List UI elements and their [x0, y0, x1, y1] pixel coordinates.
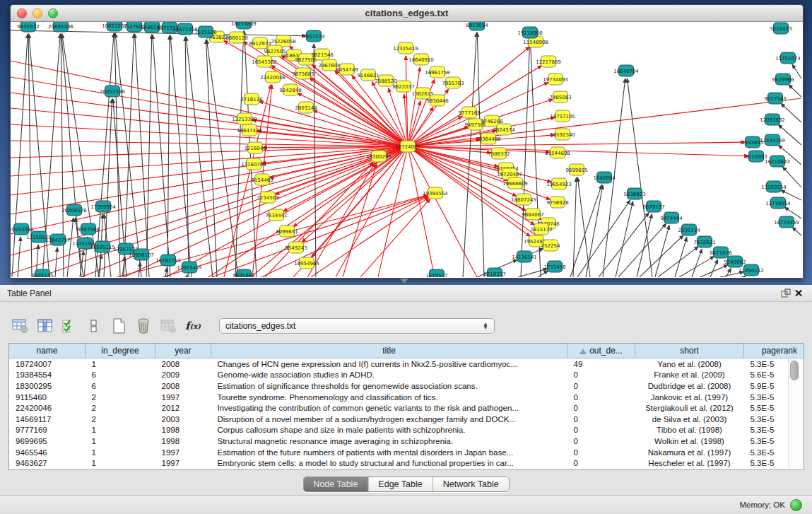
table-cell[interactable]: 0 [567, 436, 635, 447]
network-node-teal[interactable]: 20053346 [100, 86, 125, 97]
network-node-teal[interactable]: 5510423 [770, 23, 792, 34]
table-cell[interactable]: 1997 [155, 447, 211, 458]
network-node-teal[interactable]: 1640954 [593, 172, 616, 183]
network-node-yellow[interactable]: 9549243 [285, 242, 307, 253]
network-node-yellow[interactable]: 22420046 [260, 71, 286, 83]
table-cell[interactable]: Stergiakouli et al. (2012) [635, 402, 744, 414]
table-row[interactable]: 1938455462009Genome-wide association stu… [9, 370, 804, 381]
table-cell[interactable]: 9115460 [9, 392, 86, 403]
network-node-teal[interactable]: 12710554 [765, 197, 791, 209]
table-cell[interactable]: 2008 [155, 358, 211, 370]
table-cell[interactable]: 14569117 [9, 414, 86, 425]
table-cell[interactable]: Corpus callosum shape and size in male p… [211, 425, 567, 436]
table-cell[interactable]: 0 [567, 402, 635, 414]
network-node-teal[interactable]: 20553051 [11, 223, 34, 235]
table-cell[interactable]: 18724007 [9, 358, 86, 370]
network-node-teal[interactable]: 16774459 [774, 216, 799, 228]
table-cell[interactable]: 49 [567, 358, 635, 370]
table-cell[interactable]: Jankovic et al. (1997) [635, 392, 744, 403]
float-window-button[interactable] [779, 288, 792, 299]
network-node-teal[interactable]: 9505145 [31, 269, 53, 277]
table-cell[interactable]: 9699695 [9, 436, 86, 447]
table-row[interactable]: 969969511998Structural magnetic resonanc… [9, 436, 804, 447]
network-node-teal[interactable]: 8813054 [466, 22, 488, 30]
table-cell[interactable]: 0 [567, 370, 635, 381]
network-node-yellow[interactable]: 18757105 [550, 110, 575, 122]
network-node-teal[interactable]: 20206576 [61, 204, 87, 216]
network-node-yellow[interactable]: 8099651 [276, 226, 298, 237]
table-cell[interactable]: 1 [86, 447, 155, 458]
network-node-teal[interactable]: 13103554 [761, 181, 787, 192]
table-row[interactable]: 1830029562008Estimation of significance … [9, 380, 804, 392]
network-node-yellow[interactable]: 9875685 [292, 68, 314, 79]
panel-resize-handle[interactable] [400, 279, 408, 284]
network-window-titlebar[interactable]: citations_edges.txt [11, 5, 803, 22]
network-node-yellow[interactable]: 252254 [541, 240, 560, 251]
network-node-teal[interactable]: 9474444 [660, 212, 683, 223]
table-cell[interactable]: 6 [86, 380, 155, 392]
table-cell[interactable]: 2008 [155, 380, 211, 392]
network-node-teal[interactable]: 15751074 [775, 52, 801, 64]
table-cell[interactable]: Yano et al. (2008) [635, 358, 744, 370]
column-header-name[interactable]: name [9, 344, 86, 358]
table-cell[interactable]: 0 [567, 414, 635, 425]
network-node-teal[interactable]: 1733426 [543, 261, 566, 272]
network-node-yellow[interactable]: 9756928 [546, 197, 568, 208]
table-cell[interactable]: Changes of HCN gene expression and I(f) … [211, 358, 567, 370]
node-table-grid[interactable]: namein_degreeyeartitleout_de...shortpage… [9, 344, 804, 469]
close-button[interactable] [17, 8, 27, 18]
table-cell[interactable]: 22420046 [9, 402, 86, 414]
table-cell[interactable]: 2 [86, 414, 155, 425]
table-cell[interactable]: Tourette syndrome. Phenomenology and cla… [211, 392, 567, 403]
citation-network-graph[interactable]: 1872400789129748860128746382225226058982… [11, 22, 801, 277]
table-cell[interactable]: 0 [567, 457, 635, 469]
table-cell[interactable]: Hescheler et al. (1997) [635, 457, 744, 469]
network-node-yellow[interactable]: 2718126 [240, 93, 263, 105]
table-vertical-scrollbar[interactable] [788, 359, 799, 468]
column-header-out-de-[interactable]: out_de... [567, 344, 635, 358]
network-node-teal[interactable]: 9695863 [233, 269, 254, 277]
network-node-yellow[interactable]: 18640910 [408, 54, 434, 65]
select-all-icon[interactable] [61, 317, 78, 334]
network-node-yellow[interactable]: 16961758 [425, 66, 450, 78]
minimize-button[interactable] [33, 8, 42, 18]
table-cell[interactable]: de Silva et al. (2003) [635, 414, 744, 425]
table-cell[interactable]: 1998 [155, 425, 211, 436]
scrollbar-thumb[interactable] [790, 361, 799, 380]
table-cell[interactable]: 2009 [155, 370, 211, 381]
table-cell[interactable]: 2 [86, 402, 155, 414]
tab-node-table[interactable]: Node Table [303, 477, 367, 491]
network-canvas[interactable]: 1872400789129748860128746382225226058982… [11, 22, 801, 277]
table-cell[interactable]: 1997 [155, 457, 211, 469]
network-node-yellow[interactable]: 9154469 [251, 174, 273, 185]
zoom-button[interactable] [48, 8, 58, 18]
table-cell[interactable]: 1 [86, 436, 155, 447]
table-cell[interactable]: 2 [86, 392, 155, 403]
network-node-teal[interactable]: 7857224 [302, 30, 325, 42]
show-columns-icon[interactable] [36, 317, 53, 334]
new-table-icon[interactable] [110, 317, 127, 334]
close-panel-button[interactable]: ✕ [792, 288, 805, 299]
table-cell[interactable]: Franke et al. (2009) [635, 370, 744, 381]
column-header-short[interactable]: short [635, 344, 744, 358]
table-cell[interactable]: 0 [567, 425, 635, 436]
table-cell[interactable]: 1 [86, 358, 155, 370]
table-cell[interactable]: Wolkin et al. (1998) [635, 436, 744, 447]
table-cell[interactable]: Disruption of a novel member of a sodium… [211, 414, 567, 425]
table-cell[interactable]: 1 [86, 457, 155, 469]
import-table-icon[interactable] [160, 317, 177, 334]
table-cell[interactable]: Embryonic stem cells: a model to study s… [211, 457, 567, 469]
table-cell[interactable]: 0 [567, 380, 635, 392]
table-cell[interactable]: 0 [567, 447, 635, 458]
table-cell[interactable]: 2012 [155, 402, 211, 414]
function-builder-icon[interactable]: f(x) [184, 317, 201, 334]
table-row[interactable]: 2242004622012Investigating the contribut… [9, 402, 804, 414]
table-selector-dropdown[interactable]: citations_edges.txt ▲▼ [219, 318, 495, 334]
table-row[interactable]: 946554611997Estimation of the future num… [9, 447, 804, 458]
table-row[interactable]: 1872400712008Changes of HCN gene express… [9, 358, 804, 370]
table-cell[interactable]: 2003 [155, 414, 211, 425]
table-row[interactable]: 977716911998Corpus callosum shape and si… [9, 425, 804, 436]
column-header-title[interactable]: title [211, 344, 567, 358]
network-node-yellow[interactable]: 19654923 [546, 178, 572, 189]
table-cell[interactable]: Estimation of significance thresholds fo… [211, 380, 567, 392]
